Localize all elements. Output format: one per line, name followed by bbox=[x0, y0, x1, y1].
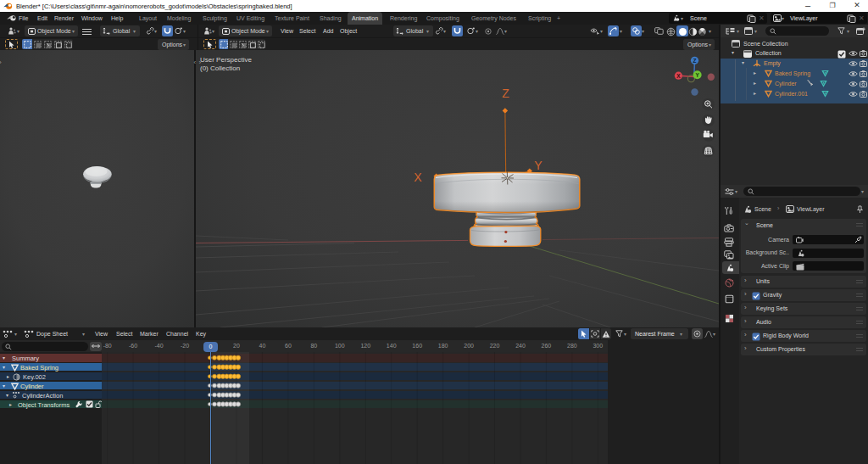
svg-text:X: X bbox=[676, 73, 681, 79]
svg-text:Y: Y bbox=[534, 159, 542, 172]
svg-text:(0) Collection: (0) Collection bbox=[200, 64, 240, 72]
svg-text:›: › bbox=[0, 59, 2, 66]
svg-text:Y: Y bbox=[695, 72, 699, 78]
svg-text:User Perspective: User Perspective bbox=[200, 56, 252, 64]
svg-text:›: › bbox=[199, 59, 202, 66]
svg-text:‹: ‹ bbox=[194, 59, 197, 66]
svg-text:X: X bbox=[414, 171, 422, 184]
svg-text:Z: Z bbox=[502, 87, 509, 100]
svg-text:Z: Z bbox=[693, 58, 697, 64]
